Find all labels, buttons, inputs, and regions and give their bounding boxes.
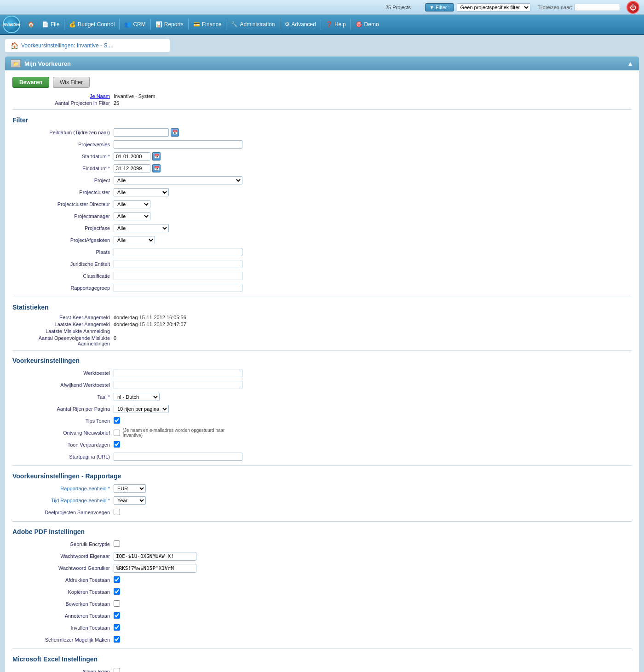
bewerken-label: Bewerken Toestaan (12, 601, 114, 607)
rapportage-eenheid-link[interactable]: Rapportage-eenheid * (60, 486, 110, 491)
ww-eigenaar-label: Wachtwoord Eigenaar (12, 553, 114, 559)
filter-button[interactable]: ▼ Filter : (425, 3, 454, 11)
verjaardagen-checkbox[interactable] (114, 441, 120, 448)
nav-budget[interactable]: 💰 Budget Control (65, 19, 118, 29)
projectcluster-label: Projectcluster (12, 190, 114, 195)
panel-collapse-button[interactable]: ▲ (627, 60, 633, 67)
nav-demo[interactable]: 🎯 Demo (352, 19, 383, 29)
file-icon: 📄 (42, 21, 49, 28)
kopieren-checkbox[interactable] (114, 588, 120, 595)
encryptie-checkbox[interactable] (114, 540, 120, 547)
taal-row: Taal * nl - Dutch (12, 392, 632, 402)
alleenlezen-checkbox[interactable] (114, 668, 120, 672)
nav-crm-label: CRM (133, 21, 145, 28)
project-filter-select[interactable]: Geen projectspecifiek filter (457, 3, 530, 11)
invullen-checkbox[interactable] (114, 624, 120, 631)
projectcluster-select[interactable]: Alle (114, 188, 169, 196)
schermlezer-checkbox[interactable] (114, 636, 120, 643)
projectafgesloten-select[interactable]: Alle (114, 236, 155, 244)
adobe-title: Adobe PDF Instellingen (12, 528, 632, 536)
nav-admin[interactable]: 🔧 Administration (227, 19, 278, 29)
ww-gebruiker-input[interactable] (114, 564, 196, 573)
rapportagegroep-input[interactable] (114, 284, 242, 292)
nav-file[interactable]: 📄 File (38, 19, 63, 29)
tijd-rapportage-select[interactable]: Year (114, 496, 146, 505)
tijd-rapportage-link[interactable]: Tijd Rapportage-eenheid * (51, 498, 110, 503)
admin-icon: 🔧 (231, 21, 238, 28)
rijen-select[interactable]: 10 rijen per pagina (114, 405, 169, 413)
annoteren-checkbox[interactable] (114, 612, 120, 619)
nav-reports-label: Reports (164, 21, 184, 28)
save-button[interactable]: Bewaren (12, 77, 49, 88)
opeenvolgende-row: Aantal Opeenvolgende Mislukte Aanmelding… (12, 335, 632, 346)
projects-value: 25 (114, 100, 632, 106)
naam-link[interactable]: Je Naam (90, 93, 110, 99)
laatste-aangemeld-label: Laatste Keer Aangemeld (12, 322, 114, 327)
juridische-row: Juridische Entiteit (12, 259, 632, 269)
startpagina-input[interactable] (114, 453, 242, 461)
clear-filter-button[interactable]: Wis Filter (53, 77, 90, 88)
peildatum-label: Peildatum (Tijdreizen naar) (12, 130, 114, 135)
projectcluster-row: Projectcluster Alle (12, 187, 632, 197)
juridische-input[interactable] (114, 260, 242, 268)
plaats-label: Plaats (12, 249, 114, 255)
deelprojecten-row: Deelprojecten Samenvoegen (12, 507, 632, 517)
user-projects-row: Aantal Projecten in Filter 25 (12, 100, 632, 106)
deelprojecten-checkbox[interactable] (114, 509, 120, 515)
nav-home[interactable]: 🏠 (24, 19, 38, 29)
reports-icon: 📊 (155, 21, 162, 28)
startdatum-calendar-button[interactable]: 📅 (152, 152, 161, 161)
peildatum-input[interactable] (114, 128, 169, 137)
verjaardagen-row: Toon Verjaardagen (12, 440, 632, 450)
mislukte-aanmelding-row: Laatste Mislukte Aanmelding (12, 328, 632, 334)
classificatie-input[interactable] (114, 272, 242, 280)
einddatum-calendar-button[interactable]: 📅 (152, 164, 161, 172)
startdatum-input[interactable] (114, 152, 150, 161)
ww-gebruiker-row: Wachtwoord Gebruiker (12, 563, 632, 573)
nav-reports[interactable]: 📊 Reports (152, 19, 187, 29)
tijdreizen-input[interactable] (574, 4, 620, 11)
ww-eigenaar-input[interactable] (114, 552, 196, 561)
taal-select[interactable]: nl - Dutch (114, 393, 160, 401)
breadcrumb-home-icon[interactable]: 🏠 (11, 42, 18, 49)
einddatum-input[interactable] (114, 164, 150, 172)
statistieken-title: Statistieken (12, 304, 632, 312)
rapportage-eenheid-select[interactable]: EUR (114, 484, 146, 493)
peildatum-calendar-button[interactable]: 📅 (171, 128, 179, 137)
tips-row: Tips Tonen (12, 416, 632, 426)
projectcluster-directeur-select[interactable]: Alle (114, 200, 150, 208)
tijd-rapportage-row: Tijd Rapportage-eenheid * Year (12, 495, 632, 505)
tips-label: Tips Tonen (12, 418, 114, 424)
nav-help[interactable]: ❓ Help (322, 19, 350, 29)
nieuwsbrief-checkbox[interactable] (114, 430, 120, 436)
nav-finance-label: Finance (202, 21, 222, 28)
afdrukken-checkbox[interactable] (114, 576, 120, 583)
afdrukken-label: Afdrukken Toestaan (12, 577, 114, 583)
projectversies-input[interactable] (114, 140, 242, 149)
nav-separator-1 (64, 19, 64, 30)
projectafgesloten-label: ProjectAfgesloten (12, 237, 114, 243)
nav-finance[interactable]: 💳 Finance (190, 19, 225, 29)
project-select[interactable]: Alle (114, 176, 242, 184)
annoteren-row: Annoteren Toestaan (12, 611, 632, 621)
power-button[interactable]: ⏻ (627, 1, 639, 14)
rijen-row: Aantal Rijen per Pagina 10 rijen per pag… (12, 404, 632, 414)
startpagina-label: Startpagina (URL) (12, 454, 114, 459)
projectmanager-select[interactable]: Alle (114, 212, 150, 220)
bewerken-checkbox[interactable] (114, 600, 120, 607)
rijen-label: Aantal Rijen per Pagina (12, 406, 114, 412)
rapportagegroep-label: Rapportagegroep (12, 285, 114, 291)
filter-icon: ▼ (429, 5, 434, 10)
nav-advanced[interactable]: ⚙ Advanced (281, 19, 320, 29)
tips-checkbox[interactable] (114, 417, 120, 424)
einddatum-label: Einddatum * (12, 166, 114, 171)
werktoestel-input[interactable] (114, 369, 242, 377)
afwijkend-input[interactable] (114, 381, 242, 389)
plaats-input[interactable] (114, 248, 242, 256)
eerst-aangemeld-value: donderdag 15-11-2012 16:05:56 (114, 315, 632, 320)
nav-crm[interactable]: 👥 CRM (121, 19, 149, 29)
projectfase-select[interactable]: Alle (114, 224, 169, 232)
startpagina-row: Startpagina (URL) (12, 452, 632, 462)
panel-header: 📁 Mijn Voorkeuren ▲ (5, 57, 639, 70)
plaats-row: Plaats (12, 247, 632, 257)
